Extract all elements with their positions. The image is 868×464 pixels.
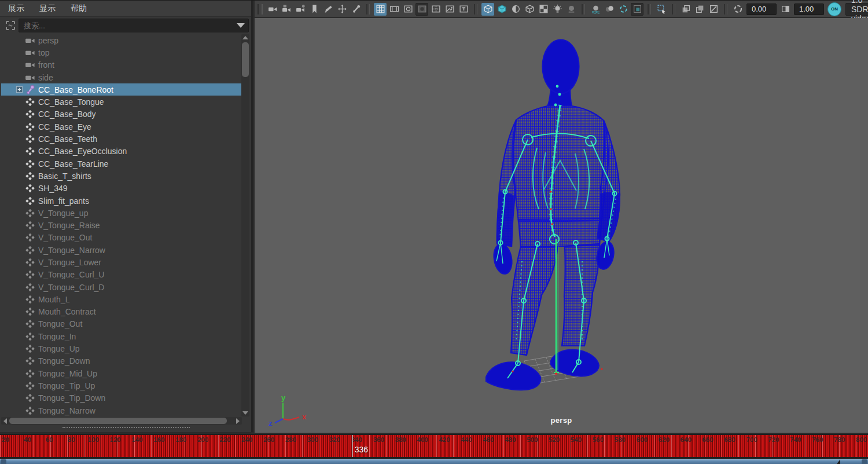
object-filter-icon[interactable] — [5, 20, 16, 31]
bookmark-icon[interactable] — [308, 3, 321, 16]
outliner-item-Tongue_Tip_Up[interactable]: Tongue_Tip_Up — [1, 379, 242, 392]
horizontal-scrollbar[interactable] — [1, 417, 242, 425]
menu-show[interactable]: 显示 — [39, 3, 56, 14]
horizontal-scroll-thumb[interactable] — [9, 418, 227, 424]
use-default-material-icon[interactable] — [537, 3, 550, 16]
lighting-icon[interactable] — [551, 3, 564, 16]
outliner-item-V_Tongue_Curl_U[interactable]: V_Tongue_Curl_U — [1, 269, 242, 281]
outliner-item-V_Tongue_Narrow[interactable]: V_Tongue_Narrow — [1, 244, 242, 256]
menu-display[interactable]: 展示 — [8, 3, 24, 14]
search-input[interactable] — [23, 21, 233, 31]
isolate-select-icon[interactable] — [631, 3, 643, 16]
motion-blur-icon[interactable] — [603, 3, 616, 16]
item-label: Basic_T_shirts — [38, 171, 91, 181]
outliner-item-CC_Base_EyeOcclusion[interactable]: CC_Base_EyeOcclusion — [1, 145, 242, 158]
outliner-item-Tongue_Mid_Up[interactable]: Tongue_Mid_Up — [1, 367, 242, 379]
gamma-field[interactable]: 1.00 — [794, 3, 824, 15]
outliner-item-V_Tongue_Raise[interactable]: V_Tongue_Raise — [1, 219, 242, 231]
outliner-item-CC_Base_TearLine[interactable]: CC_Base_TearLine — [1, 158, 242, 170]
xray-active-icon[interactable] — [707, 3, 720, 16]
item-label: Tongue_Up — [38, 344, 80, 353]
outliner-item-V_Tongue_up[interactable]: V_Tongue_up — [1, 207, 242, 219]
gamma-icon[interactable] — [779, 3, 792, 16]
outliner-item-Slim_fit_pants[interactable]: Slim_fit_pants — [1, 195, 242, 207]
outliner-item-CC_Base_Body[interactable]: CC_Base_Body — [1, 108, 242, 120]
xray-icon[interactable] — [679, 3, 692, 16]
outliner-item-front[interactable]: front — [1, 59, 242, 71]
ambient-occlusion-icon[interactable] — [589, 3, 602, 16]
frame-tick-label: 320 — [329, 436, 340, 443]
select-camera-icon[interactable] — [266, 3, 279, 16]
range-slider-start-handle[interactable] — [1, 459, 6, 464]
outliner-item-Tongue_Out[interactable]: Tongue_Out — [1, 318, 242, 330]
vertical-scroll-thumb[interactable] — [242, 42, 249, 77]
outliner-tree[interactable]: persptopfrontsideCC_Base_BoneRootCC_Base… — [1, 34, 242, 416]
character-wireframe-model[interactable] — [255, 18, 868, 433]
wireframe-on-shaded-icon[interactable] — [481, 3, 494, 16]
scroll-down-icon[interactable] — [241, 410, 249, 416]
item-label: V_Tongue_Lower — [38, 258, 101, 267]
outliner-item-Basic_T_shirts[interactable]: Basic_T_shirts — [1, 170, 242, 182]
outliner-item-Tongue_Up[interactable]: Tongue_Up — [1, 342, 242, 355]
outliner-item-top[interactable]: top — [1, 46, 242, 59]
textured-sphere-icon[interactable] — [509, 3, 522, 16]
outliner-item-Mouth_Contract[interactable]: Mouth_Contract — [1, 306, 242, 318]
xray-joints-icon[interactable] — [693, 3, 706, 16]
view-transform-field[interactable]: ACES 1.0 SDR-video (sRGB) — [845, 3, 868, 16]
shadows-icon[interactable] — [565, 3, 578, 16]
exposure-icon[interactable] — [731, 3, 744, 16]
search-dropdown-icon[interactable] — [237, 23, 245, 28]
outliner-item-SH_349[interactable]: SH_349 — [1, 182, 242, 195]
gate-mask-icon[interactable] — [415, 3, 428, 16]
film-gate-icon[interactable] — [388, 3, 400, 16]
scroll-left-icon[interactable] — [1, 418, 9, 425]
range-slider[interactable] — [0, 458, 868, 464]
smooth-shade-icon[interactable] — [495, 3, 508, 16]
exposure-field[interactable]: 0.00 — [746, 3, 777, 15]
outliner-item-Mouth_L[interactable]: Mouth_L — [1, 293, 242, 305]
item-label: Mouth_Contract — [38, 307, 96, 316]
outliner-item-CC_Base_Tongue[interactable]: CC_Base_Tongue — [1, 96, 242, 108]
outliner-item-Tongue_In[interactable]: Tongue_In — [1, 330, 242, 342]
outliner-item-side[interactable]: side — [1, 71, 242, 83]
camera-attributes-icon[interactable] — [294, 3, 307, 16]
outliner-search-row — [0, 17, 251, 34]
range-slider-end-handle[interactable] — [862, 459, 867, 464]
textured-cube-icon[interactable] — [523, 3, 536, 16]
outliner-item-Tongue_Tip_Down[interactable]: Tongue_Tip_Down — [1, 392, 242, 404]
view-transform-toggle[interactable]: ON — [827, 2, 841, 16]
playhead[interactable]: 336 — [352, 435, 353, 457]
outliner-item-V_Tongue_Curl_D[interactable]: V_Tongue_Curl_D — [1, 281, 242, 293]
outliner-item-CC_Base_Teeth[interactable]: CC_Base_Teeth — [1, 133, 242, 145]
scroll-up-icon[interactable] — [241, 34, 249, 41]
marquee-select-icon[interactable] — [655, 3, 668, 16]
mesh-icon — [25, 294, 35, 305]
outliner-item-CC_Base_Eye[interactable]: CC_Base_Eye — [1, 120, 242, 133]
outliner-item-Tongue_Down[interactable]: Tongue_Down — [1, 355, 242, 367]
menu-help[interactable]: 帮助 — [71, 3, 87, 14]
viewport[interactable]: y x z persp — [255, 18, 868, 433]
field-chart-icon[interactable] — [429, 3, 442, 16]
scroll-right-icon[interactable] — [234, 418, 242, 425]
lock-camera-icon[interactable] — [280, 3, 293, 16]
panel-splitter-handle[interactable] — [62, 427, 190, 428]
outliner-item-V_Tongue_Lower[interactable]: V_Tongue_Lower — [1, 256, 242, 268]
outliner-item-CC_Base_BoneRoot[interactable]: CC_Base_BoneRoot — [1, 83, 242, 96]
safe-action-icon[interactable] — [443, 3, 456, 16]
frame-tick-label: 780 — [834, 436, 845, 443]
grid-icon[interactable] — [374, 3, 387, 16]
time-slider[interactable]: 2040608010012014016018020022024026028030… — [0, 434, 868, 458]
expand-toggle-icon[interactable] — [15, 85, 24, 94]
grease-pencil-icon[interactable] — [322, 3, 334, 16]
anti-aliasing-icon[interactable] — [617, 3, 630, 16]
outliner-item-V_Tongue_Out[interactable]: V_Tongue_Out — [1, 232, 242, 244]
bone-tool-icon[interactable] — [350, 3, 362, 16]
safe-title-icon[interactable] — [457, 3, 470, 16]
pan-zoom-icon[interactable] — [336, 3, 348, 16]
outliner-item-Tongue_Narrow[interactable]: Tongue_Narrow — [1, 404, 242, 416]
resolution-gate-icon[interactable] — [402, 3, 414, 16]
vertical-scrollbar[interactable] — [241, 34, 249, 416]
item-label: Tongue_Tip_Up — [38, 381, 95, 390]
toolbar-grip[interactable] — [258, 4, 263, 14]
outliner-item-persp[interactable]: persp — [1, 34, 242, 46]
